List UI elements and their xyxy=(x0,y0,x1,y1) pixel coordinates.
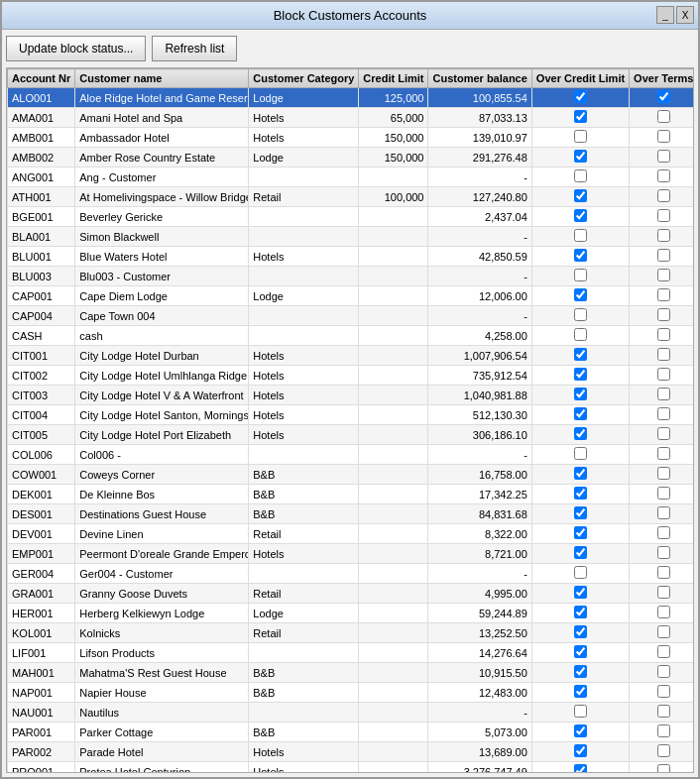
cell-col-overcredit[interactable] xyxy=(531,544,629,564)
cell-col-overcredit[interactable] xyxy=(531,663,629,683)
cell-col-overterms[interactable] xyxy=(630,584,693,604)
cell-col-overterms[interactable] xyxy=(630,227,693,247)
cell-col-overterms[interactable] xyxy=(630,187,693,207)
cell-col-overterms[interactable] xyxy=(630,148,693,167)
table-row[interactable]: PAR002Parade HotelHotels13,689.00 xyxy=(8,742,694,762)
table-row[interactable]: CAP001Cape Diem LodgeLodge12,006.00 xyxy=(8,286,694,306)
cell-col-overterms[interactable] xyxy=(630,524,693,544)
cell-col-overcredit[interactable] xyxy=(531,425,629,445)
table-row[interactable]: MAH001Mahatma'S Rest Guest HouseB&B10,91… xyxy=(8,663,694,683)
table-row[interactable]: DES001Destinations Guest HouseB&B84,831.… xyxy=(8,504,694,524)
close-button[interactable]: X xyxy=(676,6,694,24)
cell-col-overterms[interactable] xyxy=(630,346,693,366)
cell-col-overterms[interactable] xyxy=(630,386,693,405)
cell-col-overcredit[interactable] xyxy=(531,346,629,366)
cell-col-overterms[interactable] xyxy=(630,326,693,346)
cell-col-overterms[interactable] xyxy=(630,683,693,703)
cell-col-overcredit[interactable] xyxy=(531,604,629,623)
cell-col-overterms[interactable] xyxy=(630,485,693,504)
cell-col-overcredit[interactable] xyxy=(531,326,629,346)
cell-col-overterms[interactable] xyxy=(630,405,693,425)
table-row[interactable]: DEK001De Kleinne BosB&B17,342.25 xyxy=(8,485,694,504)
table-row[interactable]: ANG001Ang - Customer- xyxy=(8,167,694,187)
table-row[interactable]: BLA001Simon Blackwell- xyxy=(8,227,694,247)
cell-col-overterms[interactable] xyxy=(630,366,693,386)
table-row[interactable]: CIT005City Lodge Hotel Port ElizabethHot… xyxy=(8,425,694,445)
table-row[interactable]: GER004Ger004 - Customer- xyxy=(8,564,694,584)
cell-col-overterms[interactable] xyxy=(630,88,693,108)
table-row[interactable]: CAP004Cape Town 004- xyxy=(8,306,694,326)
cell-col-overterms[interactable] xyxy=(630,623,693,643)
table-row[interactable]: CIT001City Lodge Hotel DurbanHotels1,007… xyxy=(8,346,694,366)
cell-col-overcredit[interactable] xyxy=(531,762,629,773)
cell-col-overcredit[interactable] xyxy=(531,723,629,742)
cell-col-overcredit[interactable] xyxy=(531,207,629,227)
cell-col-overcredit[interactable] xyxy=(531,524,629,544)
cell-col-overterms[interactable] xyxy=(630,604,693,623)
table-row[interactable]: NAP001Napier HouseB&B12,483.00 xyxy=(8,683,694,703)
cell-col-overcredit[interactable] xyxy=(531,742,629,762)
cell-col-overcredit[interactable] xyxy=(531,445,629,465)
table-row[interactable]: COL006Col006 -- xyxy=(8,445,694,465)
cell-col-overcredit[interactable] xyxy=(531,623,629,643)
cell-col-overcredit[interactable] xyxy=(531,286,629,306)
table-row[interactable]: BLU001Blue Waters HotelHotels42,850.59 xyxy=(8,247,694,267)
cell-col-overterms[interactable] xyxy=(630,286,693,306)
cell-col-overcredit[interactable] xyxy=(531,247,629,267)
cell-col-overterms[interactable] xyxy=(630,445,693,465)
cell-col-overterms[interactable] xyxy=(630,643,693,663)
cell-col-overterms[interactable] xyxy=(630,703,693,723)
table-row[interactable]: AMB001Ambassador HotelHotels150,000139,0… xyxy=(8,128,694,148)
table-row[interactable]: COW001Coweys CornerB&B16,758.00 xyxy=(8,465,694,485)
table-row[interactable]: KOL001KolnicksRetail13,252.50 xyxy=(8,623,694,643)
cell-col-overcredit[interactable] xyxy=(531,643,629,663)
cell-col-overcredit[interactable] xyxy=(531,187,629,207)
table-row[interactable]: HER001Herberg Kelkiewyn LodgeLodge59,244… xyxy=(8,604,694,623)
refresh-list-button[interactable]: Refresh list xyxy=(152,36,237,61)
cell-col-overterms[interactable] xyxy=(630,128,693,148)
cell-col-overcredit[interactable] xyxy=(531,504,629,524)
table-row[interactable]: DEV001Devine LinenRetail8,322.00 xyxy=(8,524,694,544)
table-row[interactable]: AMA001Amani Hotel and SpaHotels65,00087,… xyxy=(8,108,694,128)
cell-col-overterms[interactable] xyxy=(630,247,693,267)
table-row[interactable]: AMB002Amber Rose Country EstateLodge150,… xyxy=(8,148,694,167)
cell-col-overcredit[interactable] xyxy=(531,386,629,405)
table-row[interactable]: PAR001Parker CottageB&B5,073.00 xyxy=(8,723,694,742)
table-row[interactable]: EMP001Peermont D'oreale Grande Emperors … xyxy=(8,544,694,564)
cell-col-overterms[interactable] xyxy=(630,306,693,326)
cell-col-overcredit[interactable] xyxy=(531,128,629,148)
cell-col-overcredit[interactable] xyxy=(531,465,629,485)
cell-col-overcredit[interactable] xyxy=(531,485,629,504)
cell-col-overcredit[interactable] xyxy=(531,683,629,703)
cell-col-overterms[interactable] xyxy=(630,425,693,445)
table-row[interactable]: GRA001Granny Goose DuvetsRetail4,995.00 xyxy=(8,584,694,604)
cell-col-overcredit[interactable] xyxy=(531,267,629,286)
cell-col-overterms[interactable] xyxy=(630,544,693,564)
cell-col-overcredit[interactable] xyxy=(531,584,629,604)
table-row[interactable]: CASHcash4,258.00 xyxy=(8,326,694,346)
cell-col-overterms[interactable] xyxy=(630,207,693,227)
cell-col-overcredit[interactable] xyxy=(531,227,629,247)
cell-col-overterms[interactable] xyxy=(630,167,693,187)
table-row[interactable]: BGE001Beverley Gericke2,437.04 xyxy=(8,207,694,227)
cell-col-overcredit[interactable] xyxy=(531,366,629,386)
cell-col-overterms[interactable] xyxy=(630,267,693,286)
cell-col-overcredit[interactable] xyxy=(531,88,629,108)
table-row[interactable]: CIT002City Lodge Hotel Umlhlanga RidgeHo… xyxy=(8,366,694,386)
table-row[interactable]: LIF001Lifson Products14,276.64 xyxy=(8,643,694,663)
cell-col-overcredit[interactable] xyxy=(531,167,629,187)
table-row[interactable]: ATH001At Homelivingspace - Willow Bridge… xyxy=(8,187,694,207)
table-row[interactable]: PRO001Protea Hotel CenturionHotels3,276,… xyxy=(8,762,694,773)
table-wrapper[interactable]: Account Nr Customer name Customer Catego… xyxy=(7,68,693,772)
cell-col-overcredit[interactable] xyxy=(531,148,629,167)
cell-col-overterms[interactable] xyxy=(630,564,693,584)
minimize-button[interactable]: _ xyxy=(656,6,674,24)
cell-col-overterms[interactable] xyxy=(630,762,693,773)
cell-col-overcredit[interactable] xyxy=(531,405,629,425)
cell-col-overterms[interactable] xyxy=(630,723,693,742)
table-row[interactable]: CIT004City Lodge Hotel Santon, Morningsi… xyxy=(8,405,694,425)
cell-col-overcredit[interactable] xyxy=(531,703,629,723)
cell-col-overterms[interactable] xyxy=(630,504,693,524)
update-block-button[interactable]: Update block status... xyxy=(6,36,146,61)
cell-col-overterms[interactable] xyxy=(630,663,693,683)
